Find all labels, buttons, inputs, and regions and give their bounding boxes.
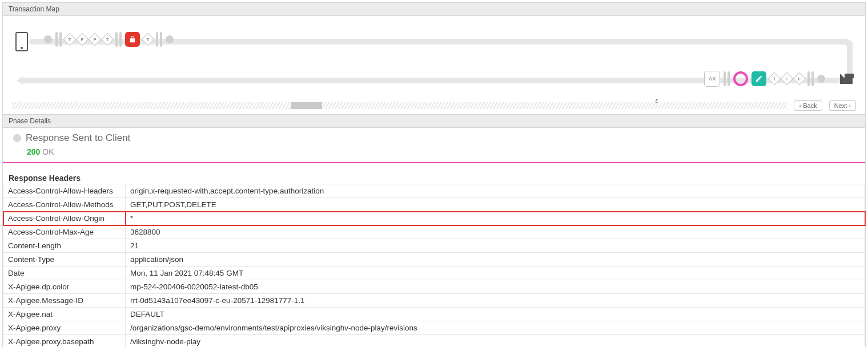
next-button[interactable]: Next › [829, 100, 856, 111]
table-row: Content-Length21 [3, 239, 865, 253]
transaction-map-body: TFFT T AX TFF [3, 16, 865, 114]
phase-details-title: Phase Details [3, 114, 865, 128]
condition-diamond[interactable]: T [768, 72, 781, 86]
table-row: Content-Typeapplication/json [3, 253, 865, 267]
flow-bars-icon [55, 32, 62, 47]
condition-diamond[interactable]: F [781, 72, 794, 86]
header-key: Access-Control-Allow-Origin [3, 212, 126, 225]
diamond-label: T [106, 37, 109, 42]
flow-bars-icon [807, 71, 814, 86]
response-headers-title: Response Headers [9, 174, 865, 183]
status-text: OK [42, 147, 54, 156]
flow-dot [817, 75, 825, 83]
condition-diamond[interactable]: T [63, 33, 77, 46]
table-row: X-Apigee.Message-IDrrt-0d5143a107ee43097… [3, 294, 865, 308]
timeline-track[interactable]: ε [12, 102, 787, 109]
factory-icon [840, 74, 853, 84]
header-key: X-Apigee.dp.color [3, 280, 126, 294]
header-value: DEFAULT [126, 308, 865, 321]
flow-dot [166, 35, 174, 43]
condition-diamond[interactable]: F [76, 33, 89, 46]
header-key: Content-Type [3, 253, 126, 267]
header-value: origin,x-requested-with,accept,content-t… [126, 184, 865, 198]
header-key: X-Apigee.nat [3, 308, 126, 321]
ring-icon[interactable] [733, 71, 748, 86]
table-row: X-Apigee.proxy/organizations/gsc-demo/en… [3, 321, 865, 335]
header-value: mp-524-200406-0020052-latest-db05 [126, 280, 865, 294]
phone-icon [15, 32, 28, 51]
target-node[interactable]: AX TFF [704, 71, 853, 87]
diamond-label: T [147, 37, 150, 42]
table-row: X-Apigee.proxy.basepath/viksinghv-node-p… [3, 335, 865, 348]
flow-bars-icon [156, 32, 162, 47]
table-row: X-Apigee.natDEFAULT [3, 308, 865, 321]
proxy-pre-group[interactable]: TFFT T [44, 32, 174, 47]
diamond-label: F [798, 76, 801, 81]
header-key: X-Apigee.Message-ID [3, 294, 126, 308]
transaction-flow: TFFT T AX TFF [12, 25, 856, 94]
table-row: Access-Control-Allow-Headersorigin,x-req… [3, 184, 865, 198]
diamond-label: T [773, 76, 776, 81]
condition-diamond[interactable]: F [793, 72, 806, 86]
timeline-segment [291, 102, 322, 109]
back-label: Back [803, 102, 817, 109]
header-value: /viksinghv-node-play [126, 335, 865, 348]
phase-status: 200 OK [27, 147, 859, 156]
response-arrow-icon [17, 76, 23, 85]
header-value: GET,PUT,POST,DELETE [126, 198, 865, 212]
header-value: application/json [126, 253, 865, 267]
condition-diamond[interactable]: F [89, 33, 102, 46]
table-row: Access-Control-Max-Age3628800 [3, 225, 865, 239]
condition-diamond[interactable]: T [101, 33, 114, 46]
transaction-map-title: Transaction Map [3, 3, 865, 16]
phase-dot-icon [13, 134, 21, 142]
client-node[interactable] [15, 32, 28, 51]
header-value: rrt-0d5143a107ee43097-c-eu-20571-1298177… [126, 294, 865, 308]
header-key: Access-Control-Max-Age [3, 225, 126, 239]
phase-details-body: Response Sent to Client 200 OK [3, 128, 865, 163]
table-row: DateMon, 11 Jan 2021 07:48:45 GMT [3, 267, 865, 280]
lock-icon[interactable] [125, 32, 140, 47]
edit-icon[interactable] [752, 71, 766, 86]
condition-diamond-group: TFF [770, 74, 804, 83]
next-label: Next [834, 102, 847, 109]
condition-diamond[interactable]: T [142, 33, 155, 46]
header-key: Date [3, 267, 126, 280]
diamond-label: F [81, 37, 84, 42]
response-headers-table: Access-Control-Allow-Headersorigin,x-req… [3, 184, 865, 347]
header-value: /organizations/gsc-demo/environments/tes… [126, 321, 865, 335]
header-value: * [126, 212, 865, 225]
header-key: Content-Length [3, 239, 126, 253]
flow-dot [44, 35, 52, 43]
ax-policy[interactable]: AX [704, 71, 720, 87]
timeline-marker: ε [656, 98, 658, 104]
header-key: X-Apigee.proxy.basepath [3, 335, 126, 348]
transaction-map-panel: Transaction Map TFFT T [2, 2, 866, 347]
diamond-label: T [69, 37, 71, 42]
header-key: X-Apigee.proxy [3, 321, 126, 335]
header-value: Mon, 11 Jan 2021 07:48:45 GMT [126, 267, 865, 280]
table-row: Access-Control-Allow-MethodsGET,PUT,POST… [3, 198, 865, 212]
table-row: Access-Control-Allow-Origin* [3, 212, 865, 225]
header-value: 21 [126, 239, 865, 253]
flow-bars-icon [115, 32, 122, 47]
phase-title-row: Response Sent to Client [13, 132, 859, 144]
status-code: 200 [27, 147, 40, 156]
header-key: Access-Control-Allow-Methods [3, 198, 126, 212]
diamond-label: F [94, 37, 97, 42]
condition-diamond-group: TFFT [65, 35, 112, 44]
phase-name: Response Sent to Client [26, 132, 130, 144]
header-value: 3628800 [126, 225, 865, 239]
timeline-row: ε ‹ Back Next › [12, 100, 856, 111]
header-key: Access-Control-Allow-Headers [3, 184, 126, 198]
table-row: X-Apigee.dp.colormp-524-200406-0020052-l… [3, 280, 865, 294]
diamond-label: F [786, 76, 789, 81]
back-button[interactable]: ‹ Back [794, 100, 822, 111]
flow-bars-icon [724, 71, 730, 86]
